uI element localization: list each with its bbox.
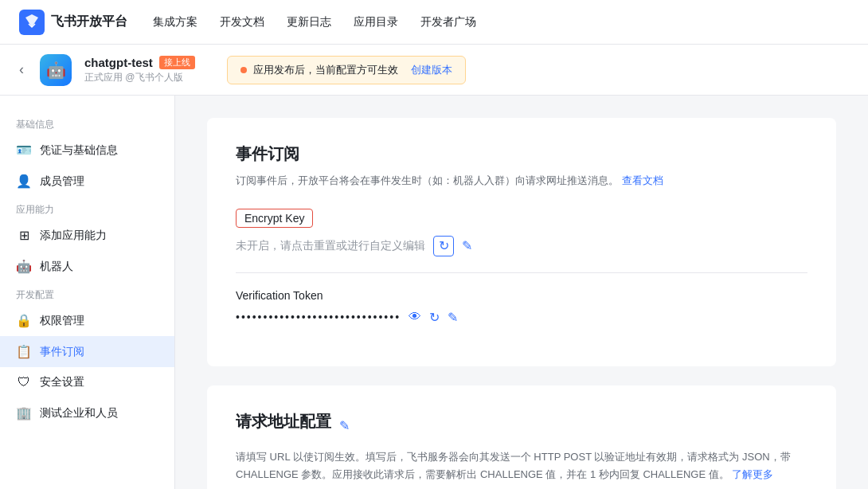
sidebar-item-test-enterprise[interactable]: 🏢 测试企业和人员 [0, 397, 174, 428]
event-section-desc: 订阅事件后，开放平台将会在事件发生时（如：机器人入群）向请求网址推送消息。 查看… [236, 173, 807, 190]
encrypt-key-edit-button[interactable]: ✎ [462, 238, 472, 253]
request-desc-text: 请填写 URL 以使订阅生效。填写后，飞书服务器会向其发送一个 HTTP POS… [236, 451, 791, 480]
security-icon: 🛡 [16, 375, 32, 389]
encrypt-key-label: Encrypt Key [236, 209, 313, 228]
sidebar-label-members: 成员管理 [40, 174, 84, 189]
test-enterprise-icon: 🏢 [16, 405, 32, 421]
sidebar-label-test-enterprise: 测试企业和人员 [40, 406, 118, 421]
sidebar-section-dev: 开发配置 [0, 282, 174, 305]
sidebar-label-permissions: 权限管理 [40, 314, 84, 328]
sidebar-item-add-capability[interactable]: ⊞ 添加应用能力 [0, 220, 174, 251]
verification-token-label: Verification Token [236, 289, 807, 302]
sidebar-item-permissions[interactable]: 🔒 权限管理 [0, 305, 174, 336]
logo: 飞书开放平台 [19, 10, 127, 35]
layout: 基础信息 🪪 凭证与基础信息 👤 成员管理 应用能力 ⊞ 添加应用能力 🤖 机器… [0, 96, 868, 489]
sidebar-item-robot[interactable]: 🤖 机器人 [0, 251, 174, 282]
sidebar-label-security: 安全设置 [40, 375, 84, 389]
request-url-card: 请求地址配置 ✎ 请填写 URL 以使订阅生效。填写后，飞书服务器会向其发送一个… [207, 385, 836, 489]
sidebar-label-credentials: 凭证与基础信息 [40, 143, 118, 158]
main-content: 事件订阅 订阅事件后，开放平台将会在事件发生时（如：机器人入群）向请求网址推送消… [175, 96, 868, 489]
sidebar: 基础信息 🪪 凭证与基础信息 👤 成员管理 应用能力 ⊞ 添加应用能力 🤖 机器… [0, 96, 175, 489]
nav-link-integration[interactable]: 集成方案 [153, 12, 197, 33]
notice-link[interactable]: 创建版本 [411, 63, 452, 77]
encrypt-key-refresh-button[interactable]: ↻ [433, 236, 454, 256]
nav-links: 集成方案 开发文档 更新日志 应用目录 开发者广场 [153, 12, 849, 33]
notice-dot-icon [240, 67, 247, 73]
members-icon: 👤 [16, 174, 32, 189]
sidebar-item-security[interactable]: 🛡 安全设置 [0, 367, 174, 397]
app-name: chatgpt-test [84, 56, 153, 69]
permissions-icon: 🔒 [16, 313, 32, 328]
app-subtitle: 正式应用 @飞书个人版 [84, 71, 195, 84]
verification-token-eye-button[interactable]: 👁 [409, 310, 421, 324]
nav-link-apps[interactable]: 应用目录 [354, 12, 398, 33]
event-section-title: 事件订阅 [236, 143, 807, 165]
nav-link-docs[interactable]: 开发文档 [220, 12, 264, 33]
notice-text: 应用发布后，当前配置方可生效 [253, 63, 398, 77]
event-subscription-icon: 📋 [16, 344, 32, 359]
encrypt-key-row: 未开启，请点击重置或进行自定义编辑 ↻ ✎ [236, 236, 807, 256]
verification-token-value: •••••••••••••••••••••••••••••• [236, 311, 401, 323]
nav-link-dev[interactable]: 开发者广场 [420, 12, 476, 33]
add-capability-icon: ⊞ [16, 228, 32, 243]
divider-1 [236, 272, 807, 273]
sidebar-label-add-capability: 添加应用能力 [40, 229, 107, 243]
top-nav: 飞书开放平台 集成方案 开发文档 更新日志 应用目录 开发者广场 [0, 0, 868, 45]
verification-token-refresh-button[interactable]: ↻ [429, 310, 440, 325]
app-info: chatgpt-test 接上线 正式应用 @飞书个人版 [84, 56, 195, 84]
sidebar-item-members[interactable]: 👤 成员管理 [0, 166, 174, 197]
feishu-logo-icon [19, 10, 45, 35]
sidebar-label-event-subscription: 事件订阅 [40, 345, 84, 359]
encrypt-key-value: 未开启，请点击重置或进行自定义编辑 [236, 239, 425, 253]
event-subscription-card: 事件订阅 订阅事件后，开放平台将会在事件发生时（如：机器人入群）向请求网址推送消… [207, 118, 836, 366]
event-desc-text: 订阅事件后，开放平台将会在事件发生时（如：机器人入群）向请求网址推送消息。 [236, 174, 619, 186]
status-badge: 接上线 [159, 56, 195, 69]
event-desc-link[interactable]: 查看文档 [622, 174, 663, 186]
sidebar-section-basic: 基础信息 [0, 111, 174, 135]
app-bar: ‹ 🤖 chatgpt-test 接上线 正式应用 @飞书个人版 应用发布后，当… [0, 45, 868, 96]
notice-bar: 应用发布后，当前配置方可生效 创建版本 [227, 56, 466, 84]
verification-token-row: •••••••••••••••••••••••••••••• 👁 ↻ ✎ [236, 310, 807, 325]
credentials-icon: 🪪 [16, 143, 32, 158]
nav-link-changelog[interactable]: 更新日志 [287, 12, 331, 33]
logo-text: 飞书开放平台 [51, 14, 127, 30]
app-name-row: chatgpt-test 接上线 [84, 56, 195, 69]
sidebar-label-robot: 机器人 [40, 260, 73, 274]
request-section-title-row: 请求地址配置 ✎ [236, 411, 807, 440]
request-section-title: 请求地址配置 [236, 411, 331, 432]
request-section-desc: 请填写 URL 以使订阅生效。填写后，飞书服务器会向其发送一个 HTTP POS… [236, 448, 807, 483]
sidebar-item-event-subscription[interactable]: 📋 事件订阅 [0, 336, 174, 367]
sidebar-item-credentials[interactable]: 🪪 凭证与基础信息 [0, 135, 174, 166]
app-avatar: 🤖 [40, 54, 72, 86]
verification-token-edit-button[interactable]: ✎ [448, 310, 458, 325]
request-desc-link[interactable]: 了解更多 [732, 468, 773, 480]
sidebar-section-capabilities: 应用能力 [0, 197, 174, 220]
back-button[interactable]: ‹ [16, 58, 27, 81]
request-url-edit-button[interactable]: ✎ [339, 418, 350, 433]
robot-icon: 🤖 [16, 259, 32, 274]
